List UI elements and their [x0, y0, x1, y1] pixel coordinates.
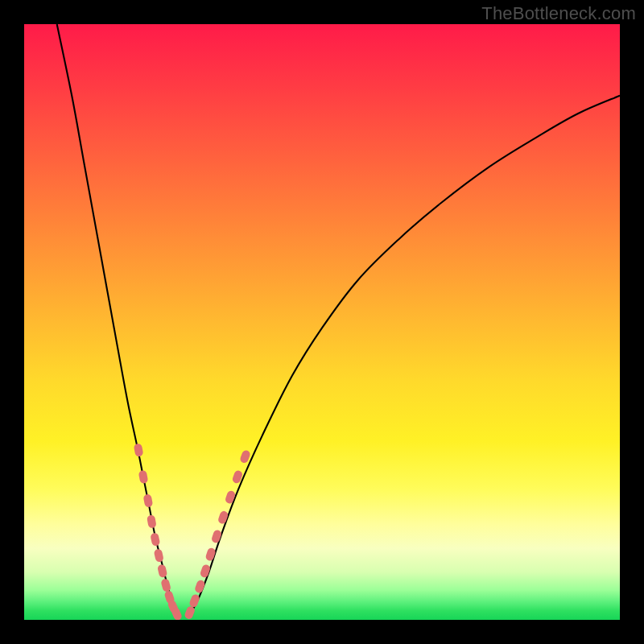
data-bead — [143, 493, 154, 508]
data-bead — [138, 470, 149, 485]
data-bead — [211, 529, 223, 543]
data-bead — [160, 578, 171, 592]
curve-left-branch — [57, 24, 177, 617]
data-bead — [194, 579, 206, 593]
outer-frame: TheBottleneck.com — [0, 0, 644, 644]
data-bead — [154, 548, 164, 563]
watermark-text: TheBottleneck.com — [481, 3, 636, 24]
beads-left-group — [134, 443, 184, 620]
chart-svg — [24, 24, 620, 620]
curve-right-branch — [188, 96, 621, 617]
data-bead — [147, 514, 157, 529]
data-bead — [157, 564, 167, 578]
data-bead — [204, 547, 216, 561]
data-bead — [150, 532, 160, 547]
data-bead — [200, 564, 212, 578]
data-bead — [188, 593, 200, 609]
plot-area — [24, 24, 620, 620]
data-bead — [225, 489, 237, 504]
data-bead — [134, 443, 144, 457]
data-bead — [217, 510, 229, 525]
beads-right-group — [184, 449, 251, 620]
